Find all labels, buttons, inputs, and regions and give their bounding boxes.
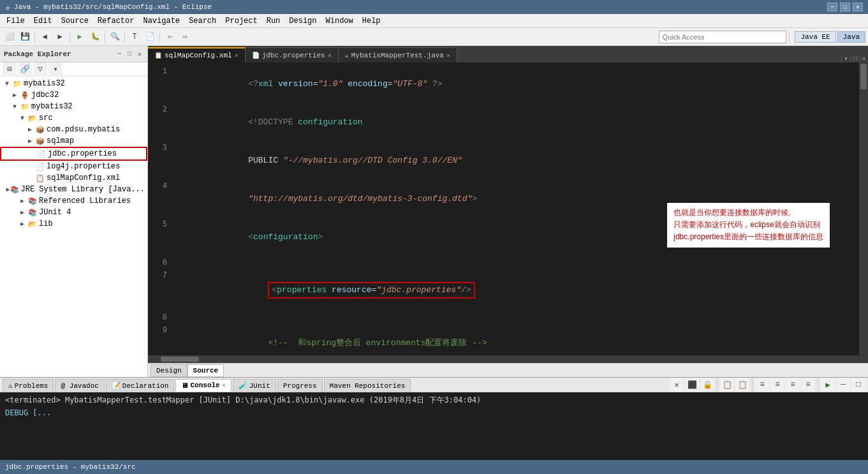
bottom-min[interactable]: ─ xyxy=(836,378,850,392)
sidebar-minimize[interactable]: ─ xyxy=(115,50,123,58)
tree-item-jdbc32[interactable]: ▶ 🏺 jdbc32 xyxy=(0,89,147,101)
console-scroll-lock[interactable]: 🔒 xyxy=(700,378,714,392)
menu-design[interactable]: Design xyxy=(285,15,320,27)
props-tab-icon: 📄 xyxy=(252,52,260,59)
toolbar: ⬜ 💾 ◀ ▶ ▶ 🐛 🔍 T 📄 ⇦ ⇨ Java EE Java xyxy=(0,28,868,46)
editor-right-scrollbar[interactable] xyxy=(859,63,868,355)
sidebar-maximize[interactable]: □ xyxy=(126,50,133,58)
h-scrollbar[interactable] xyxy=(148,355,868,363)
menu-source[interactable]: Source xyxy=(57,15,92,27)
menu-search[interactable]: Search xyxy=(185,15,220,27)
close-button[interactable]: ✕ xyxy=(853,3,863,11)
bottom-max[interactable]: □ xyxy=(851,378,865,392)
window-controls: ─ □ ✕ xyxy=(827,3,863,11)
editor-tab-scroll[interactable]: ▾ xyxy=(841,55,850,63)
next-edit-button[interactable]: ⇨ xyxy=(178,30,192,44)
tree-item-referenced[interactable]: ▶ 📚 Referenced Libraries xyxy=(0,195,147,207)
console-btn1[interactable]: 📋 xyxy=(720,378,734,392)
h-scroll-thumb[interactable] xyxy=(161,357,199,362)
tree-filter-button[interactable]: ▽ xyxy=(33,63,47,77)
tab-jdbc-props[interactable]: 📄 jdbc.properties ✕ xyxy=(246,47,339,63)
tab-maven[interactable]: Maven Repositories xyxy=(324,379,411,392)
lib-folder-icon: 📂 xyxy=(28,220,37,228)
quick-access-input[interactable] xyxy=(659,31,786,43)
line-content-2: <!DOCTYPE configuration xyxy=(173,103,859,142)
tab-javadoc[interactable]: @ Javadoc xyxy=(55,379,104,392)
tab-design[interactable]: Design xyxy=(151,364,188,377)
tab-progress[interactable]: Progress xyxy=(277,379,323,392)
tree-item-sqlmapconfig[interactable]: ▷ 📋 sqlMapConfig.xml xyxy=(0,172,147,184)
close-tab-mapper[interactable]: ✕ xyxy=(446,52,450,59)
close-tab-sqlmapconfig[interactable]: ✕ xyxy=(235,52,239,59)
tree-item-lib[interactable]: ▶ 📂 lib xyxy=(0,218,147,230)
collapse-all-button[interactable]: ⊟ xyxy=(3,63,17,77)
editor-close-btn[interactable]: ✕ xyxy=(859,55,868,63)
back-button[interactable]: ◀ xyxy=(38,30,52,44)
menu-file[interactable]: File xyxy=(3,15,29,27)
prev-edit-button[interactable]: ⇦ xyxy=(163,30,177,44)
editor-maximize[interactable]: □ xyxy=(850,56,859,63)
tab-mapper-test[interactable]: ☕ MybatisMapperTest.java ✕ xyxy=(339,47,457,63)
forward-button[interactable]: ▶ xyxy=(53,30,67,44)
console-btn6[interactable]: ≡ xyxy=(801,378,815,392)
tab-source[interactable]: Source xyxy=(188,364,224,377)
tree-item-sqlmap[interactable]: ▶ 📦 sqlmap xyxy=(0,135,147,147)
tab-problems[interactable]: ⚠ Problems xyxy=(3,379,54,392)
tree-item-src[interactable]: ▼ 📂 src xyxy=(0,112,147,124)
tree-label-log4j: log4j.properties xyxy=(47,162,120,171)
tab-label-mapper: MybatisMapperTest.java xyxy=(351,52,444,59)
menu-navigate[interactable]: Navigate xyxy=(139,15,184,27)
tree-item-log4j[interactable]: ▷ 📄 log4j.properties xyxy=(0,161,147,172)
view-menu-button[interactable]: ▾ xyxy=(48,63,63,77)
maximize-button[interactable]: □ xyxy=(840,3,850,11)
new-button[interactable]: ⬜ xyxy=(3,30,17,44)
tree-item-jdbc-properties[interactable]: ▷ 📄 jdbc.properties xyxy=(0,147,147,161)
menu-refactor[interactable]: Refactor xyxy=(94,15,138,27)
scrollbar-thumb[interactable] xyxy=(860,64,867,89)
console-btn5[interactable]: ≡ xyxy=(786,378,800,392)
close-tab-jdbc[interactable]: ✕ xyxy=(328,52,332,59)
tree-item-mybatis32-root[interactable]: ▼ 📁 mybatis32 xyxy=(0,78,147,89)
tree-item-mybatis32[interactable]: ▼ 📁 mybatis32 xyxy=(0,101,147,112)
console-btn3[interactable]: ≡ xyxy=(755,378,769,392)
tree-item-junit[interactable]: ▶ 📚 JUnit 4 xyxy=(0,207,147,218)
tab-label-sqlmapconfig: sqlMapConfig.xml xyxy=(165,52,232,59)
open-resource-button[interactable]: 📄 xyxy=(143,30,157,44)
console-btn2[interactable]: 📋 xyxy=(735,378,749,392)
console-clear[interactable]: ✕ xyxy=(670,378,684,392)
tree-item-com-pdsu[interactable]: ▶ 📦 com.pdsu.mybatis xyxy=(0,124,147,135)
menu-help[interactable]: Help xyxy=(358,15,385,27)
code-area-wrapper: 1 <?xml version="1.0" encoding="UTF-8" ?… xyxy=(148,63,868,355)
tree-label-src: src xyxy=(39,114,53,122)
save-button[interactable]: 💾 xyxy=(18,30,32,44)
sidebar-close[interactable]: ✕ xyxy=(136,50,143,59)
tab-declaration[interactable]: 📝 Declaration xyxy=(106,379,175,392)
menu-run[interactable]: Run xyxy=(263,15,284,27)
line-content-7: <properties resource="jdbc.properties"/> xyxy=(173,269,859,311)
console-icon: 🖥 xyxy=(181,381,188,390)
menu-edit[interactable]: Edit xyxy=(30,15,56,27)
debug-button[interactable]: 🐛 xyxy=(88,30,102,44)
tree-label-mybatis32: mybatis32 xyxy=(31,102,73,111)
run-button[interactable]: ▶ xyxy=(73,30,87,44)
sidebar-toolbar: ⊟ 🔗 ▽ ▾ xyxy=(0,63,147,77)
status-text: jdbc.properties - mybatis32/src xyxy=(5,463,136,471)
link-editor-button[interactable]: 🔗 xyxy=(18,63,32,77)
minimize-button[interactable]: ─ xyxy=(827,3,837,11)
console-stop[interactable]: ⬛ xyxy=(685,378,699,392)
tab-console[interactable]: 🖥 Console ✕ xyxy=(175,379,231,392)
app-icon: ☕ xyxy=(5,2,10,12)
search-button[interactable]: 🔍 xyxy=(108,30,122,44)
tab-sqlmapconfig[interactable]: 📋 sqlMapConfig.xml ✕ xyxy=(148,47,246,63)
menu-project[interactable]: Project xyxy=(221,15,261,27)
open-type-button[interactable]: T xyxy=(128,30,142,44)
menu-window[interactable]: Window xyxy=(322,15,357,27)
console-run[interactable]: ▶ xyxy=(821,378,835,392)
tab-junit[interactable]: 🧪 JUnit xyxy=(233,379,276,392)
perspective-java[interactable]: Java xyxy=(837,31,865,43)
line-num-4: 4 xyxy=(148,180,173,218)
perspective-javaee[interactable]: Java EE xyxy=(795,31,835,43)
arrow-mybatis32: ▼ xyxy=(13,103,20,110)
tree-item-jre[interactable]: ▶ 📚 JRE System Library [Java... xyxy=(0,184,147,195)
console-btn4[interactable]: ≡ xyxy=(770,378,784,392)
